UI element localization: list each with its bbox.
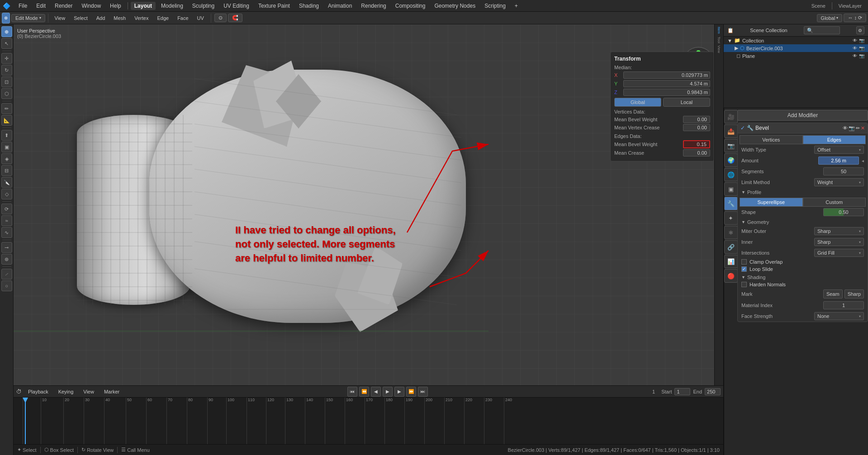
smooth-tool[interactable]: ≈ xyxy=(1,215,12,226)
to-sphere-tool[interactable]: ○ xyxy=(1,280,12,291)
miter-outer-select[interactable]: Sharp ▾ xyxy=(814,227,864,235)
output-properties-tab[interactable]: 📤 xyxy=(724,124,738,138)
menu-window[interactable]: Window xyxy=(78,2,104,10)
plane-render-icon[interactable]: 📷 xyxy=(859,53,864,58)
spin-tool[interactable]: ⟳ xyxy=(1,204,12,214)
jump-start-btn[interactable]: ⏮ xyxy=(347,387,357,397)
menu-uv[interactable]: UV xyxy=(194,14,208,22)
geometry-section-label[interactable]: ▼ Geometry xyxy=(738,218,868,226)
scene-properties-tab[interactable]: 🌍 xyxy=(724,153,738,167)
face-strength-select[interactable]: None ▾ xyxy=(814,312,864,320)
workspace-geometry-nodes[interactable]: Geometry Nodes xyxy=(431,2,479,10)
world-properties-tab[interactable]: 🌐 xyxy=(724,168,738,181)
edit-mode-dropdown[interactable]: Edit Mode ▾ xyxy=(11,14,45,22)
seam-btn[interactable]: Seam xyxy=(823,289,843,299)
outliner-bezier-circle[interactable]: ▶ ⬡ BezierCircle.003 👁 📷 xyxy=(724,44,868,52)
x-value-input[interactable] xyxy=(623,71,710,79)
menu-vertex[interactable]: Vertex xyxy=(131,14,152,22)
menu-face[interactable]: Face xyxy=(174,14,192,22)
amount-input[interactable] xyxy=(818,156,859,165)
z-value-input[interactable] xyxy=(623,89,710,96)
measure-tool[interactable]: 📐 xyxy=(1,115,12,126)
workspace-uv-editing[interactable]: UV Editing xyxy=(220,2,253,10)
mod-icon-close[interactable]: ✕ xyxy=(861,125,865,131)
rotate-tool[interactable]: ↻ xyxy=(1,65,12,76)
shading-section-label[interactable]: ▼ Shading xyxy=(738,273,868,281)
workspace-scripting[interactable]: Scripting xyxy=(481,2,509,10)
workspace-compositing[interactable]: Compositing xyxy=(392,2,429,10)
edge-slide-tool[interactable]: ⊸ xyxy=(1,242,12,253)
y-value-input[interactable] xyxy=(623,80,710,87)
view-label[interactable]: View xyxy=(80,388,98,395)
inset-tool[interactable]: ▣ xyxy=(1,142,12,152)
menu-view[interactable]: View xyxy=(51,14,69,22)
workspace-sculpting[interactable]: Sculpting xyxy=(189,2,218,10)
shear-tool[interactable]: ⟋ xyxy=(1,269,12,280)
outliner-plane[interactable]: ◻ Plane 👁 📷 xyxy=(724,52,868,60)
constraints-tab[interactable]: 🔗 xyxy=(724,240,738,254)
proportional-edit-btn[interactable]: ⊙ xyxy=(214,14,227,22)
transform-icons[interactable]: ↔ ↕ ⟳ xyxy=(844,14,866,22)
playback-label[interactable]: Playback xyxy=(24,388,52,395)
move-tool[interactable]: ✛ xyxy=(1,53,12,64)
vert-crease-input[interactable] xyxy=(683,124,710,131)
collection-visibility-icon[interactable]: 👁 xyxy=(853,38,857,43)
next-keyframe-btn[interactable]: ⏩ xyxy=(406,387,416,397)
menu-select[interactable]: Select xyxy=(70,14,91,22)
transform-tool[interactable]: ⊕ xyxy=(2,13,10,24)
data-tab[interactable]: 📊 xyxy=(724,255,738,268)
menu-mesh[interactable]: Mesh xyxy=(110,14,129,22)
shrink-tool[interactable]: ⊛ xyxy=(1,254,12,265)
workspace-animation[interactable]: Animation xyxy=(324,2,356,10)
bezier-visibility-icon[interactable]: 👁 xyxy=(853,46,857,51)
harden-normals-checkbox[interactable] xyxy=(741,282,747,287)
timeline-ruler[interactable]: 0 10 20 30 40 50 60 70 80 90 100 110 120… xyxy=(14,398,723,444)
workspace-texture-paint[interactable]: Texture Paint xyxy=(255,2,294,10)
material-tab[interactable]: 🔴 xyxy=(724,269,738,283)
prev-keyframe-btn[interactable]: ⏪ xyxy=(359,387,369,397)
menu-help[interactable]: Help xyxy=(106,2,125,10)
object-properties-tab[interactable]: ▣ xyxy=(724,182,738,196)
jump-end-btn[interactable]: ⏭ xyxy=(418,387,428,397)
timeline-playhead[interactable] xyxy=(25,398,26,444)
loop-slide-checkbox[interactable]: ✓ xyxy=(741,266,747,272)
mod-icon-realtime[interactable]: 👁 xyxy=(843,125,848,131)
vertices-tab[interactable]: Vertices xyxy=(740,135,803,144)
extrude-tool[interactable]: ⬆ xyxy=(1,130,12,141)
superellipse-tab[interactable]: Superellipse xyxy=(740,198,803,207)
modifier-properties-tab[interactable]: 🔧 xyxy=(724,197,738,210)
width-type-select[interactable]: Offset ▾ xyxy=(814,146,864,154)
prev-frame-btn[interactable]: ◀ xyxy=(371,387,381,397)
edge-bevel-input[interactable] xyxy=(683,140,710,148)
menu-edge[interactable]: Edge xyxy=(153,14,172,22)
segments-input[interactable] xyxy=(823,167,864,175)
next-frame-btn[interactable]: ▶ xyxy=(394,387,404,397)
view-tab-icon[interactable]: View xyxy=(715,45,723,53)
keying-label[interactable]: Keying xyxy=(55,388,77,395)
clamp-overlap-checkbox[interactable] xyxy=(741,259,747,265)
menu-file[interactable]: File xyxy=(15,2,31,10)
mean-crease-input[interactable] xyxy=(683,149,710,156)
randomize-tool[interactable]: ∿ xyxy=(1,227,12,238)
miter-inner-select[interactable]: Sharp ▾ xyxy=(814,238,864,246)
modifier-name-input[interactable] xyxy=(755,125,841,131)
workspace-shading[interactable]: Shading xyxy=(295,2,323,10)
tool-tab-icon[interactable]: Tool xyxy=(715,36,723,44)
local-btn[interactable]: Local xyxy=(663,98,710,107)
menu-edit[interactable]: Edit xyxy=(33,2,49,10)
end-frame-input[interactable] xyxy=(705,388,721,395)
knife-tool[interactable]: 🔪 xyxy=(1,177,12,188)
material-index-input[interactable] xyxy=(823,301,864,309)
add-modifier-btn[interactable]: Add Modifier xyxy=(737,110,868,121)
workspace-modeling[interactable]: Modeling xyxy=(157,2,187,10)
select-tool[interactable]: ↖ xyxy=(1,38,12,49)
snap-btn[interactable]: 🧲 xyxy=(228,14,242,22)
limit-method-select[interactable]: Weight ▾ xyxy=(814,178,864,186)
global-select[interactable]: Global ▾ xyxy=(817,14,843,22)
bevel-tool[interactable]: ◈ xyxy=(1,153,12,164)
scale-tool[interactable]: ⊡ xyxy=(1,76,12,87)
loop-cut-tool[interactable]: ⊟ xyxy=(1,165,12,176)
amount-expand-icon[interactable]: ◂ xyxy=(862,158,864,163)
sharp-btn[interactable]: Sharp xyxy=(844,289,864,299)
intersections-select[interactable]: Grid Fill ▾ xyxy=(814,249,864,257)
